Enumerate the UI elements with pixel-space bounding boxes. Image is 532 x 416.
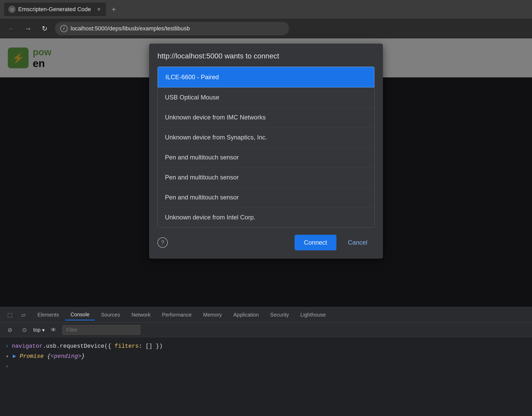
url-text: localhost:5000/deps/libusb/examples/test… [71, 25, 190, 32]
active-tab[interactable]: ⊙ Emscripten-Generated Code ✕ [4, 3, 106, 16]
console-output-line: ◂ ▶ Promise {<pending>} [5, 351, 527, 361]
execution-context-dropdown[interactable]: top ▾ [33, 327, 45, 333]
address-bar[interactable]: i localhost:5000/deps/libusb/examples/te… [55, 22, 289, 35]
devtools-icon-buttons: ⬚ ▱ [4, 309, 29, 321]
device-list-item[interactable]: Pen and multitouch sensor [158, 167, 374, 187]
tab-security[interactable]: Security [265, 310, 294, 320]
new-tab-button[interactable]: + [108, 4, 119, 15]
forward-button[interactable]: → [22, 22, 34, 35]
device-list-item[interactable]: Unknown device from Synaptics, Inc. [158, 128, 374, 147]
dialog-title: http://localhost:5000 wants to connect [157, 52, 375, 60]
tab-sources[interactable]: Sources [96, 310, 125, 320]
help-icon[interactable]: ? [157, 237, 168, 248]
cancel-button[interactable]: Cancel [341, 235, 375, 250]
empty-console-prompt[interactable]: › [5, 361, 527, 372]
console-settings-button[interactable]: ⊙ [19, 324, 30, 336]
device-list-item[interactable]: Unknown device from Intel Corp. [158, 207, 374, 227]
browser-title-bar: ⊙ Emscripten-Generated Code ✕ + [0, 0, 532, 19]
execution-context-label: top [33, 327, 41, 333]
console-toolbar: ⊘ ⊙ top ▾ 👁 [0, 323, 532, 337]
tab-performance[interactable]: Performance [157, 310, 197, 320]
page-content-area: ⚡ pow en http://localhost:5000 wants to … [0, 38, 532, 307]
address-bar-row: ← → ↻ i localhost:5000/deps/libusb/examp… [0, 19, 532, 38]
tab-network[interactable]: Network [126, 310, 156, 320]
back-button[interactable]: ← [5, 22, 18, 35]
tab-elements[interactable]: Elements [32, 310, 64, 320]
device-list: ILCE-6600 - PairedUSB Optical MouseUnkno… [157, 66, 375, 227]
clear-console-button[interactable]: ⊘ [4, 324, 16, 336]
input-prompt: › [5, 343, 9, 350]
usb-device-picker-dialog: http://localhost:5000 wants to connect I… [149, 44, 383, 259]
device-list-item[interactable]: Unknown device from IMC Networks [158, 108, 374, 128]
device-list-item[interactable]: ILCE-6600 - Paired [158, 67, 374, 88]
site-info-icon[interactable]: i [60, 25, 68, 32]
tab-console[interactable]: Console [65, 310, 95, 320]
dropdown-arrow-icon: ▾ [42, 327, 45, 333]
device-list-item[interactable]: Pen and multitouch sensor [158, 147, 374, 167]
console-input-line: › navigator.usb.requestDevice({ filters:… [5, 341, 527, 351]
refresh-button[interactable]: ↻ [38, 22, 51, 35]
console-command: navigator.usb.requestDevice({ filters: [… [12, 343, 163, 350]
device-list-item[interactable]: Pen and multitouch sensor [158, 187, 374, 207]
device-toolbar-button[interactable]: ▱ [18, 309, 29, 321]
dialog-overlay: http://localhost:5000 wants to connect I… [0, 38, 532, 307]
console-body: › navigator.usb.requestDevice({ filters:… [0, 337, 532, 376]
devtools-tabs-bar: ⬚ ▱ Elements Console Sources Network Per… [0, 307, 532, 323]
tab-lighthouse[interactable]: Lighthouse [295, 310, 331, 320]
tab-title: Emscripten-Generated Code [18, 6, 91, 13]
output-arrow: ◂ [5, 353, 9, 360]
device-list-item[interactable]: USB Optical Mouse [158, 88, 374, 108]
console-filter-input[interactable] [62, 325, 140, 335]
promise-output: ▶ Promise {<pending>} [13, 353, 85, 360]
devtools-panel: ⬚ ▱ Elements Console Sources Network Per… [0, 307, 532, 416]
tab-memory[interactable]: Memory [198, 310, 227, 320]
empty-prompt-caret: › [5, 363, 9, 370]
tab-favicon: ⊙ [8, 6, 16, 13]
connect-button[interactable]: Connect [295, 235, 336, 250]
dialog-footer: ? Connect Cancel [157, 235, 375, 250]
eye-icon-button[interactable]: 👁 [48, 324, 59, 336]
inspect-element-button[interactable]: ⬚ [4, 309, 16, 321]
tab-application[interactable]: Application [228, 310, 264, 320]
tab-area: ⊙ Emscripten-Generated Code ✕ + [4, 3, 528, 16]
tab-close-button[interactable]: ✕ [96, 6, 102, 12]
